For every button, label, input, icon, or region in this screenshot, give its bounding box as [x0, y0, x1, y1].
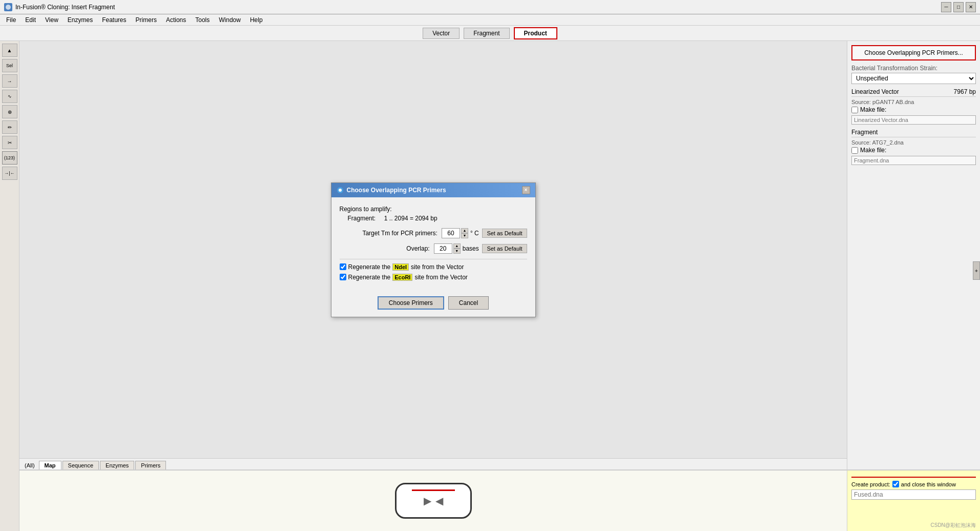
linearized-vector-make-file-label: Make file: — [860, 106, 886, 113]
window-controls: ─ □ ✕ — [941, 2, 976, 12]
checkbox-ndei-pre: Regenerate the — [348, 263, 391, 271]
target-tm-down[interactable]: ▼ — [461, 233, 468, 238]
fragment-label: Fragment — [851, 129, 878, 136]
menu-view[interactable]: View — [41, 15, 62, 25]
choose-primers-modal-btn[interactable]: Choose Primers — [378, 296, 444, 310]
menu-window[interactable]: Window — [215, 15, 245, 25]
tab-product[interactable]: Product — [514, 27, 557, 39]
ndei-enzyme: NdeI — [392, 263, 409, 271]
plasmid-rect: ▶ ◀ — [395, 483, 472, 519]
menu-features[interactable]: Features — [98, 15, 130, 25]
tool-pencil[interactable]: ✏ — [2, 120, 17, 134]
linearized-vector-section: Linearized Vector 7967 bp Source: pGANT7… — [851, 88, 976, 125]
overlap-input[interactable]: 20 — [434, 243, 452, 254]
svg-point-0 — [6, 5, 11, 10]
tab-fragment[interactable]: Fragment — [464, 28, 509, 39]
fragment-range-row: Fragment: 1 .. 2094 = 2094 bp — [348, 215, 527, 222]
bacterial-label: Bacterial Transformation Strain: — [851, 65, 976, 72]
overlap-up[interactable]: ▲ — [453, 243, 461, 249]
create-product-row: Create product: and close this window — [851, 481, 976, 487]
linearized-vector-make-file-row: Make file: — [851, 106, 976, 113]
bottom-tabs: (All) Map Sequence Enzymes Primers — [19, 458, 847, 469]
checkbox-ndei-row: Regenerate the NdeI site from the Vector — [340, 263, 527, 271]
modal-body: Regions to amplify: Fragment: 1 .. 2094 … — [331, 197, 535, 292]
title-bar: In-Fusion® Cloning: Insert Fragment ─ □ … — [0, 0, 980, 14]
linearized-vector-filename[interactable] — [851, 115, 976, 125]
app-icon — [4, 3, 12, 11]
tab-primers[interactable]: Primers — [135, 461, 166, 469]
target-tm-label: Target Tm for PCR primers: — [340, 230, 442, 237]
set-default-tm-btn[interactable]: Set as Default — [482, 229, 527, 238]
tab-vector[interactable]: Vector — [423, 28, 460, 39]
cancel-btn[interactable]: Cancel — [448, 296, 489, 310]
close-btn[interactable]: ✕ — [966, 2, 976, 12]
fragment-make-file-row: Make file: — [851, 147, 976, 154]
tab-sequence[interactable]: Sequence — [62, 461, 99, 469]
tool-scroll-up[interactable]: ▲ — [2, 44, 17, 57]
fused-dna-input[interactable] — [851, 489, 976, 500]
choose-primers-modal: Choose Overlapping PCR Primers × Regions… — [331, 182, 536, 317]
target-tm-spinner-btns[interactable]: ▲ ▼ — [461, 228, 468, 238]
target-tm-up[interactable]: ▲ — [461, 228, 468, 233]
maximize-btn[interactable]: □ — [953, 2, 964, 12]
plasmid-insert-line — [412, 489, 455, 491]
tool-number[interactable]: (123) — [2, 151, 17, 165]
menu-enzymes[interactable]: Enzymes — [64, 15, 97, 25]
tool-ruler[interactable]: →|← — [2, 167, 17, 180]
right-expand-btn[interactable]: + — [973, 261, 980, 280]
tab-enzymes[interactable]: Enzymes — [100, 461, 134, 469]
tool-cut[interactable]: ✂ — [2, 136, 17, 149]
right-panel: Choose Overlapping PCR Primers... Bacter… — [847, 41, 980, 469]
tool-expand[interactable]: ⊕ — [2, 105, 17, 118]
target-tm-unit: ° C — [470, 230, 479, 237]
checkbox-ndei[interactable] — [340, 263, 346, 270]
menu-actions[interactable]: Actions — [162, 15, 190, 25]
menu-tools[interactable]: Tools — [191, 15, 214, 25]
overlap-spinner[interactable]: 20 ▲ ▼ — [434, 243, 461, 254]
linearized-vector-size: 7967 bp — [954, 88, 976, 95]
watermark: CSDN@彩虹泡沫海 — [931, 522, 976, 529]
all-label: (All) — [22, 461, 38, 469]
minimize-btn[interactable]: ─ — [941, 2, 951, 12]
ecori-enzyme: EcoRI — [392, 274, 412, 281]
fragment-filename[interactable] — [851, 156, 976, 165]
tool-label[interactable]: Sel — [2, 59, 17, 72]
modal-footer: Choose Primers Cancel — [331, 292, 535, 317]
overlap-row: Overlap: 20 ▲ ▼ bases Set as Default — [340, 243, 527, 254]
menu-help[interactable]: Help — [246, 15, 267, 25]
target-tm-spinner[interactable]: 60 ▲ ▼ — [442, 228, 468, 238]
fragment-make-file-label: Make file: — [860, 147, 886, 154]
modal-close-btn[interactable]: × — [522, 186, 530, 194]
create-product-checkbox[interactable] — [892, 481, 899, 487]
menu-edit[interactable]: Edit — [21, 15, 40, 25]
tool-curve[interactable]: ∿ — [2, 90, 17, 103]
fragment-make-file-checkbox[interactable] — [851, 147, 858, 154]
choose-pcr-primers-btn[interactable]: Choose Overlapping PCR Primers... — [851, 45, 976, 60]
tab-map[interactable]: Map — [39, 461, 61, 469]
menu-file[interactable]: File — [2, 15, 20, 25]
bacterial-dropdown[interactable]: Unspecified — [851, 73, 976, 84]
set-default-overlap-btn[interactable]: Set as Default — [482, 244, 527, 253]
create-product-section: Create product: and close this window — [851, 477, 976, 500]
plasmid-arrows: ▶ ◀ — [424, 495, 443, 507]
target-tm-input[interactable]: 60 — [442, 228, 460, 238]
fragment-label: Fragment: — [348, 215, 376, 222]
checkbox-ecori-post: site from the Vector — [414, 274, 467, 281]
checkbox-ecori-row: Regenerate the EcoRI site from the Vecto… — [340, 274, 527, 281]
fragment-section: Fragment Source: ATG7_2.dna Make file: — [851, 129, 976, 165]
linearized-vector-make-file-checkbox[interactable] — [851, 107, 858, 113]
modal-icon — [337, 187, 344, 194]
fragment-range: 1 .. 2094 = 2094 bp — [384, 215, 437, 222]
checkbox-ndei-post: site from the Vector — [411, 263, 464, 271]
tool-arrow[interactable]: → — [2, 74, 17, 88]
linearized-vector-header: Linearized Vector 7967 bp — [851, 88, 976, 97]
modal-title: Choose Overlapping PCR Primers — [347, 187, 446, 194]
bottom-preview: ▶ ◀ — [19, 469, 847, 531]
checkbox-ecori[interactable] — [340, 274, 346, 280]
modal-title-bar: Choose Overlapping PCR Primers × — [331, 183, 535, 197]
menu-bar: File Edit View Enzymes Features Primers … — [0, 14, 980, 26]
overlap-spinner-btns[interactable]: ▲ ▼ — [453, 243, 461, 254]
menu-primers[interactable]: Primers — [132, 15, 161, 25]
overlap-down[interactable]: ▼ — [453, 249, 461, 254]
regions-title: Regions to amplify: — [340, 206, 527, 213]
